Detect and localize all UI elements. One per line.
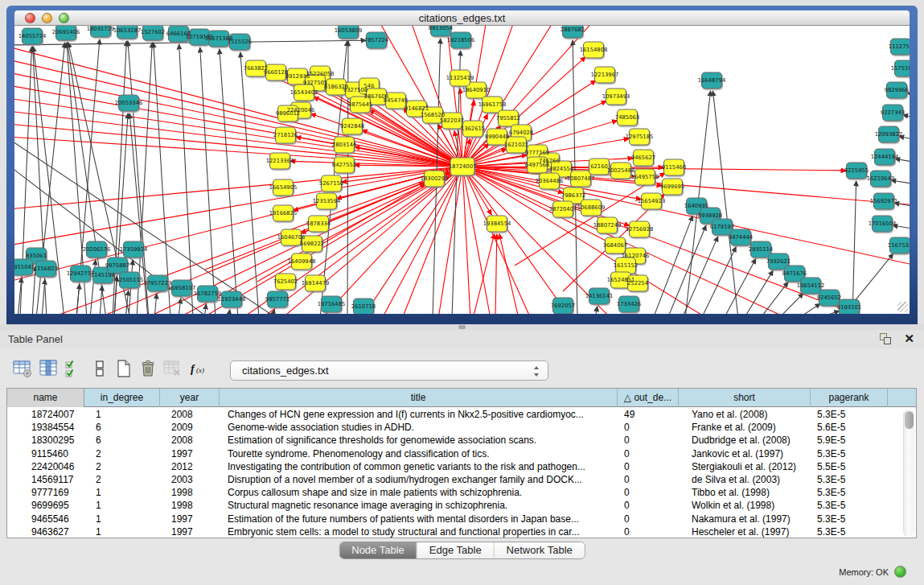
cell[interactable]: Nakamura et al. (1997) bbox=[679, 513, 811, 525]
cell[interactable]: 1 bbox=[84, 486, 160, 499]
edge[interactable] bbox=[228, 310, 230, 314]
cell[interactable]: Tibbo et al. (1998) bbox=[679, 486, 811, 499]
cell[interactable]: 5.3E-5 bbox=[811, 408, 888, 421]
cell[interactable]: 5.3E-5 bbox=[811, 447, 888, 460]
network-view-window[interactable]: citations_edges.txt 14055724206914061803… bbox=[6, 6, 918, 324]
cell[interactable]: 5.5E-5 bbox=[811, 460, 888, 473]
edge[interactable] bbox=[14, 72, 462, 167]
column-header-year[interactable]: year bbox=[160, 389, 220, 407]
cell[interactable]: 0 bbox=[618, 499, 679, 512]
cell[interactable]: de Silva et al. (2003) bbox=[679, 473, 811, 486]
edge[interactable] bbox=[125, 290, 129, 314]
edge[interactable] bbox=[14, 167, 462, 282]
table-row[interactable]: 1456911722003Disruption of a novel membe… bbox=[7, 473, 916, 486]
edge[interactable] bbox=[204, 304, 206, 314]
cell[interactable]: 1997 bbox=[160, 447, 220, 460]
close-panel-icon[interactable]: ✕ bbox=[904, 332, 914, 346]
cell[interactable]: 0 bbox=[618, 473, 679, 486]
cell[interactable]: Structural magnetic resonance image aver… bbox=[220, 499, 618, 512]
cell[interactable]: 49 bbox=[618, 408, 679, 421]
table-row[interactable]: 977716911998Corpus callosum shape and si… bbox=[7, 486, 916, 499]
edge[interactable] bbox=[402, 167, 462, 314]
function-builder-icon[interactable]: f(x) bbox=[190, 359, 211, 380]
cell[interactable]: 5.6E-5 bbox=[811, 421, 888, 434]
cell[interactable]: 18300295 bbox=[7, 434, 84, 447]
edge[interactable] bbox=[179, 44, 193, 314]
cell[interactable]: 2008 bbox=[160, 434, 220, 447]
cell[interactable]: 9463627 bbox=[7, 525, 84, 538]
delete-columns-icon[interactable] bbox=[138, 359, 159, 380]
cell[interactable]: Genome-wide association studies in ADHD. bbox=[220, 421, 618, 434]
float-panel-icon[interactable] bbox=[880, 333, 892, 345]
scrollbar-thumb[interactable] bbox=[905, 411, 914, 429]
select-columns-icon[interactable] bbox=[64, 359, 85, 380]
vertical-scrollbar[interactable] bbox=[903, 410, 914, 537]
table-row[interactable]: 946554611997Estimation of the future num… bbox=[7, 513, 916, 525]
cell[interactable]: 0 bbox=[618, 486, 679, 499]
edge[interactable] bbox=[499, 234, 519, 314]
column-header-out_de[interactable]: △ out_de... bbox=[618, 389, 679, 407]
cell[interactable]: 2008 bbox=[160, 408, 220, 421]
cell[interactable]: 5.3E-5 bbox=[811, 473, 888, 486]
cell[interactable]: 1 bbox=[84, 525, 160, 538]
table-row[interactable]: 2242004622012Investigating the contribut… bbox=[7, 460, 916, 473]
cell[interactable]: 14569117 bbox=[7, 473, 84, 486]
edge[interactable] bbox=[42, 279, 45, 314]
cell[interactable]: 1998 bbox=[160, 499, 220, 512]
table-row[interactable]: 946362711997Embryonic stem cells: a mode… bbox=[7, 525, 916, 538]
cell[interactable]: 2 bbox=[84, 447, 160, 460]
table-row[interactable]: 1830029562008Estimation of significance … bbox=[7, 434, 916, 447]
cell[interactable]: 1 bbox=[84, 499, 160, 512]
cell[interactable]: Estimation of significance thresholds fo… bbox=[220, 434, 618, 447]
cell[interactable]: Dudbridge et al. (2008) bbox=[679, 434, 811, 447]
show-column-icon[interactable] bbox=[39, 359, 60, 380]
cell[interactable]: Franke et al. (2009) bbox=[679, 421, 811, 434]
cell[interactable]: 2012 bbox=[160, 460, 220, 473]
split-divider[interactable] bbox=[0, 324, 924, 330]
table-row[interactable]: 911546021997Tourette syndrome. Phenomeno… bbox=[7, 447, 916, 460]
edge[interactable] bbox=[76, 284, 80, 314]
cell[interactable]: 5.3E-5 bbox=[811, 486, 888, 499]
cell[interactable]: 1998 bbox=[160, 486, 220, 499]
cell[interactable]: 19384554 bbox=[7, 421, 84, 434]
tab-network-table[interactable]: Network Table bbox=[495, 542, 585, 558]
edge[interactable] bbox=[798, 303, 820, 314]
cell[interactable]: Yano et al. (2008) bbox=[679, 408, 811, 421]
edge[interactable] bbox=[817, 311, 840, 314]
cell[interactable]: 6 bbox=[84, 434, 160, 447]
edge[interactable] bbox=[473, 234, 495, 314]
cell[interactable]: Stergiakouli et al. (2012) bbox=[679, 460, 811, 473]
cell[interactable]: Embryonic stem cells: a model to study s… bbox=[220, 525, 618, 538]
table-row[interactable]: 969969511998Structural magnetic resonanc… bbox=[7, 499, 916, 512]
edge[interactable] bbox=[595, 307, 598, 314]
resize-grip-icon[interactable] bbox=[897, 302, 908, 312]
cell[interactable]: 1997 bbox=[160, 513, 220, 525]
edge[interactable] bbox=[14, 111, 462, 167]
cell[interactable]: 9465546 bbox=[7, 513, 84, 525]
table-mode-icon[interactable] bbox=[13, 359, 34, 380]
cell[interactable]: 5.9E-5 bbox=[811, 434, 888, 447]
cell[interactable]: 22420046 bbox=[7, 460, 84, 473]
cell[interactable]: 0 bbox=[618, 447, 679, 460]
cell[interactable]: 2009 bbox=[160, 421, 220, 434]
cell[interactable]: 0 bbox=[618, 460, 679, 473]
table-row[interactable]: 1938455462009Genome-wide association stu… bbox=[7, 421, 916, 434]
edge[interactable] bbox=[778, 293, 803, 314]
edge[interactable] bbox=[240, 52, 259, 314]
edge[interactable] bbox=[32, 266, 35, 314]
cell[interactable]: Tourette syndrome. Phenomenology and cla… bbox=[220, 447, 618, 460]
edge[interactable] bbox=[14, 60, 462, 167]
cell[interactable]: 5.3E-5 bbox=[811, 513, 888, 525]
window-titlebar[interactable]: citations_edges.txt bbox=[14, 10, 910, 26]
memory-ok-icon[interactable] bbox=[894, 566, 906, 578]
edge[interactable] bbox=[179, 299, 181, 314]
network-canvas[interactable]: 1405572420691406180317291065328715276026… bbox=[14, 26, 910, 314]
cell[interactable]: Changes of HCN gene expression and I(f) … bbox=[220, 408, 618, 421]
divider-grip-icon[interactable] bbox=[458, 325, 466, 329]
cell[interactable]: 6 bbox=[84, 421, 160, 434]
cell[interactable]: 1997 bbox=[160, 525, 220, 538]
cell[interactable]: 18724007 bbox=[7, 408, 84, 421]
edge[interactable] bbox=[154, 43, 170, 314]
new-document-icon[interactable] bbox=[114, 359, 135, 380]
cell[interactable]: 5.3E-5 bbox=[811, 499, 888, 512]
